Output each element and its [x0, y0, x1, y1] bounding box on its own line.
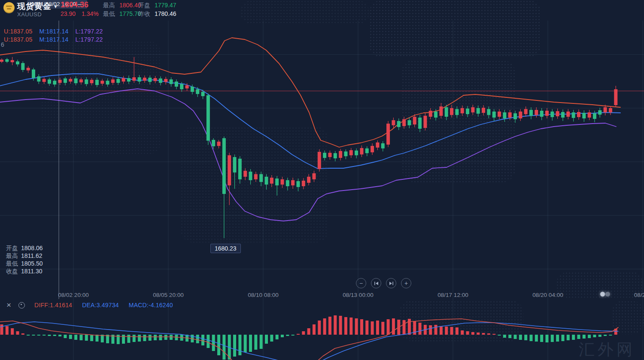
candle-body[interactable]	[53, 81, 56, 85]
candle-body[interactable]	[249, 172, 252, 180]
macd-bar[interactable]	[69, 335, 72, 339]
macd-bar[interactable]	[217, 335, 220, 355]
candle-body[interactable]	[402, 119, 406, 126]
macd-bar[interactable]	[440, 326, 443, 335]
macd-bar[interactable]	[95, 335, 98, 342]
macd-bar[interactable]	[503, 335, 506, 338]
zoom-in-button[interactable]: +	[401, 278, 411, 288]
macd-bar[interactable]	[371, 321, 374, 335]
macd-bar[interactable]	[238, 335, 241, 355]
macd-bar[interactable]	[6, 326, 9, 335]
candle-body[interactable]	[100, 81, 104, 84]
macd-bar[interactable]	[456, 327, 459, 335]
macd-bar[interactable]	[79, 335, 82, 340]
time-axis[interactable]: 08/02 20:0008/05 20:0008/10 08:0008/13 0…	[0, 291, 644, 299]
macd-bar[interactable]	[249, 335, 252, 352]
candle-body[interactable]	[64, 79, 67, 83]
macd-bar[interactable]	[530, 335, 533, 341]
macd-bar[interactable]	[498, 335, 501, 336]
macd-bar[interactable]	[588, 335, 591, 338]
macd-bar[interactable]	[302, 331, 305, 335]
candle-body[interactable]	[90, 80, 94, 83]
macd-bar[interactable]	[196, 335, 199, 343]
candle-body[interactable]	[492, 112, 496, 118]
candle-body[interactable]	[418, 118, 422, 129]
macd-bar[interactable]	[471, 332, 474, 335]
macd-bar[interactable]	[154, 335, 157, 340]
candle-body[interactable]	[85, 79, 88, 84]
candle-body[interactable]	[371, 146, 374, 152]
candle-body[interactable]	[529, 110, 533, 116]
candle-body[interactable]	[259, 174, 263, 182]
macd-bar[interactable]	[244, 335, 247, 352]
candle-body[interactable]	[138, 77, 141, 82]
candle-body[interactable]	[302, 181, 305, 186]
macd-bar[interactable]	[609, 335, 612, 336]
candle-body[interactable]	[254, 174, 258, 179]
macd-bar[interactable]	[466, 331, 469, 335]
macd-bar[interactable]	[149, 335, 152, 341]
candle-body[interactable]	[11, 60, 14, 62]
macd-bar[interactable]	[540, 335, 543, 342]
candle-body[interactable]	[323, 153, 326, 158]
macd-bar[interactable]	[408, 319, 411, 335]
macd-bar[interactable]	[344, 317, 347, 335]
candle-body[interactable]	[540, 111, 544, 117]
candle-body[interactable]	[111, 79, 115, 83]
candle-body[interactable]	[95, 80, 99, 85]
candle-body[interactable]	[37, 76, 40, 82]
macd-bar[interactable]	[276, 335, 279, 339]
candle-body[interactable]	[598, 110, 601, 115]
candle-body[interactable]	[513, 113, 517, 119]
candle-body[interactable]	[365, 148, 369, 153]
macd-bar[interactable]	[307, 328, 310, 335]
candle-body[interactable]	[561, 112, 565, 118]
macd-bar[interactable]	[212, 335, 215, 351]
macd-bar[interactable]	[85, 335, 88, 341]
candle-body[interactable]	[334, 153, 337, 158]
candle-body[interactable]	[201, 92, 205, 96]
candle-body[interactable]	[228, 155, 231, 185]
candle-body[interactable]	[498, 112, 501, 117]
candle-body[interactable]	[270, 178, 273, 184]
candle-body[interactable]	[16, 61, 19, 64]
candle-body[interactable]	[355, 151, 358, 155]
candle-body[interactable]	[407, 120, 411, 125]
macd-bar[interactable]	[207, 335, 210, 348]
macd-bar[interactable]	[604, 335, 607, 336]
candle-body[interactable]	[572, 112, 575, 118]
candle-body[interactable]	[344, 151, 347, 156]
macd-bar[interactable]	[58, 335, 61, 336]
macd-bar[interactable]	[360, 319, 363, 335]
candle-body[interactable]	[376, 142, 379, 148]
macd-bar[interactable]	[551, 335, 554, 342]
candle-body[interactable]	[122, 78, 125, 82]
macd-bar[interactable]	[254, 335, 257, 350]
candle-body[interactable]	[27, 68, 30, 70]
candle-body[interactable]	[286, 180, 289, 186]
macd-bar[interactable]	[133, 335, 136, 342]
macd-bar[interactable]	[64, 335, 67, 338]
macd-bar[interactable]	[577, 335, 580, 339]
scrollbar-thumb-dot[interactable]	[605, 292, 610, 296]
candle-body[interactable]	[69, 79, 72, 82]
candle-body[interactable]	[106, 81, 109, 85]
candle-body[interactable]	[116, 79, 120, 83]
candle-body[interactable]	[455, 109, 459, 115]
macd-bar[interactable]	[519, 335, 522, 340]
candle-body[interactable]	[339, 151, 342, 158]
candle-body[interactable]	[577, 112, 580, 117]
macd-bar[interactable]	[567, 335, 570, 340]
macd-bar[interactable]	[403, 320, 406, 335]
macd-bar[interactable]	[53, 335, 56, 336]
candle-body[interactable]	[593, 113, 596, 119]
macd-bar[interactable]	[524, 335, 527, 340]
candle-body[interactable]	[32, 70, 35, 78]
candle-body[interactable]	[222, 138, 226, 194]
symbol-selector[interactable]: 现货黄金▼	[17, 1, 58, 12]
macd-bar[interactable]	[492, 334, 495, 335]
candle-body[interactable]	[164, 79, 167, 82]
candle-body[interactable]	[154, 78, 157, 81]
macd-bar[interactable]	[143, 335, 146, 341]
settings-target-icon[interactable]	[18, 302, 25, 309]
